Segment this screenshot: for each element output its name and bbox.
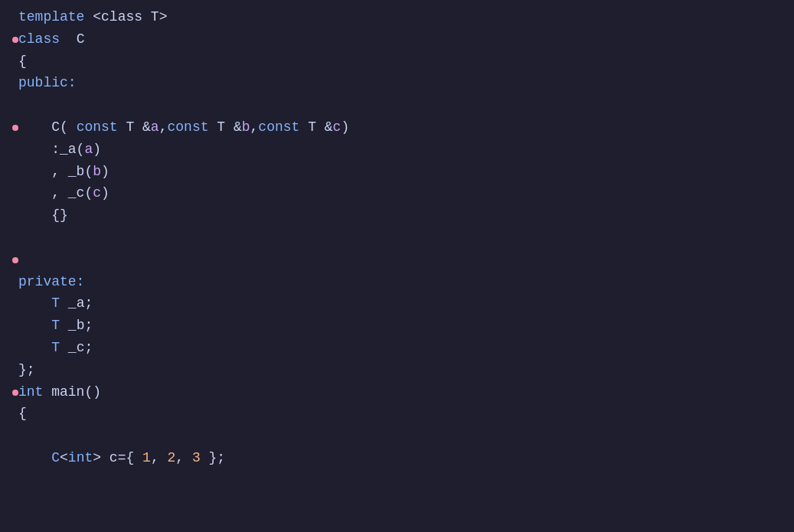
code-line: , _c(c) xyxy=(0,182,794,204)
line-content: public: xyxy=(18,72,782,94)
code-line xyxy=(0,94,794,116)
line-content: template <class T> xyxy=(18,6,782,28)
code-line: template <class T> xyxy=(0,6,794,28)
line-content: , _c(c) xyxy=(18,182,782,204)
breakpoint-indicator xyxy=(12,257,18,263)
line-gutter xyxy=(12,116,18,139)
line-content: private: xyxy=(18,271,782,293)
code-line xyxy=(0,227,794,249)
breakpoint-indicator xyxy=(12,37,18,43)
code-line: { xyxy=(0,403,794,425)
code-line: C<int> c={ 1, 2, 3 }; xyxy=(0,447,794,469)
line-content: }; xyxy=(18,359,782,381)
line-gutter xyxy=(12,381,18,403)
line-content: { xyxy=(18,51,782,73)
code-line: T _c; xyxy=(0,337,794,359)
line-gutter xyxy=(12,28,18,51)
code-line: int main() xyxy=(0,381,794,403)
code-line xyxy=(0,425,794,447)
line-content: { xyxy=(18,403,782,425)
code-line: }; xyxy=(0,359,794,381)
line-content: T _c; xyxy=(18,337,782,359)
line-content: T _a; xyxy=(18,292,782,315)
code-line: T _a; xyxy=(0,292,794,315)
breakpoint-indicator xyxy=(12,390,18,396)
code-line: private: xyxy=(0,271,794,293)
line-content: C( const T &a,const T &b,const T &c) xyxy=(18,116,782,139)
code-line: , _b(b) xyxy=(0,161,794,183)
code-editor: template <class T>class C{public: C( con… xyxy=(0,0,794,532)
code-line: class C xyxy=(0,28,794,51)
code-line: T _b; xyxy=(0,315,794,337)
line-content: C<int> c={ 1, 2, 3 }; xyxy=(18,447,782,469)
code-line xyxy=(0,249,794,271)
line-content: , _b(b) xyxy=(18,161,782,183)
line-content: int main() xyxy=(18,381,782,403)
line-content: :_a(a) xyxy=(18,139,782,161)
line-content: class C xyxy=(18,28,782,51)
code-line: public: xyxy=(0,72,794,94)
code-line: { xyxy=(0,51,794,73)
code-line: {} xyxy=(0,204,794,227)
breakpoint-indicator xyxy=(12,125,18,131)
line-content: {} xyxy=(18,204,782,227)
code-line: C( const T &a,const T &b,const T &c) xyxy=(0,116,794,139)
line-gutter xyxy=(12,249,18,271)
line-content: T _b; xyxy=(18,315,782,337)
code-line: :_a(a) xyxy=(0,139,794,161)
